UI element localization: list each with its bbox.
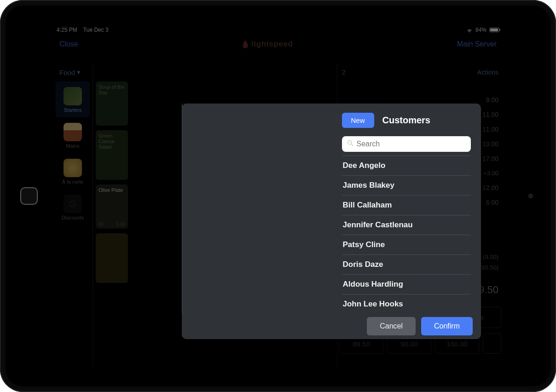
rail-thumb xyxy=(64,123,82,141)
status-right: 84% xyxy=(466,27,499,33)
rail-item-mains[interactable]: Mains xyxy=(53,117,93,153)
home-button[interactable] xyxy=(20,187,38,205)
modal-divider xyxy=(182,104,182,313)
rail-item-label: À la carte xyxy=(53,179,93,184)
modal-title: Customers xyxy=(382,115,430,126)
quick-amount-more[interactable] xyxy=(483,334,501,354)
svg-point-2 xyxy=(348,141,351,144)
battery-icon xyxy=(489,28,499,32)
rail-item-label: Discounts xyxy=(53,215,93,220)
rail-thumb xyxy=(64,159,82,177)
tablet-device-frame: 4:25 PM Tue Dec 3 84% Close lightspeed xyxy=(0,0,556,392)
confirm-button[interactable]: Confirm xyxy=(421,317,473,335)
chevron-down-icon: ▾ xyxy=(77,68,81,76)
brand-name: lightspeed xyxy=(251,40,293,49)
modal-footer: Cancel Confirm xyxy=(182,313,481,339)
wifi-icon xyxy=(466,28,473,32)
status-time: 4:25 PM xyxy=(57,27,77,33)
customer-item[interactable]: Doris Daze xyxy=(342,255,471,275)
status-bar: 4:25 PM Tue Dec 3 84% xyxy=(53,25,503,35)
app-header: Close lightspeed Main Server xyxy=(53,35,503,54)
menu-selector[interactable]: Food ▾ xyxy=(53,63,93,81)
actions-menu[interactable]: Actions xyxy=(477,69,498,76)
rail-item-discounts[interactable]: Discounts xyxy=(53,189,93,225)
customer-item[interactable]: Patsy Cline xyxy=(342,235,471,255)
rail-thumb xyxy=(64,195,82,213)
tile-name: Soup of the Day xyxy=(98,84,124,95)
customer-item[interactable]: Jennifer Castlenau xyxy=(342,215,471,235)
search-icon xyxy=(347,139,354,149)
close-button[interactable]: Close xyxy=(59,40,78,48)
customer-item[interactable]: John Lee Hooks xyxy=(342,294,471,307)
product-tile[interactable]: Soup of the Day xyxy=(96,81,128,126)
table-number: 2 xyxy=(342,69,346,76)
cancel-button[interactable]: Cancel xyxy=(367,317,416,335)
search-input[interactable] xyxy=(357,140,467,148)
tile-price-left: $3 xyxy=(98,222,104,227)
product-tile[interactable] xyxy=(96,233,128,283)
customer-list[interactable]: Dee Angelo James Blakey Bill Callaham Je… xyxy=(342,156,471,307)
customers-modal: New Customers Dee Angelo James Blakey Bi… xyxy=(182,104,481,339)
menu-selector-label: Food xyxy=(59,69,75,76)
rail-thumb xyxy=(64,87,82,105)
product-tile[interactable]: Green Caesar Salad xyxy=(96,130,128,180)
category-rail: Food ▾ Starters Mains À la carte xyxy=(53,63,93,367)
rail-item-label: Starters xyxy=(56,107,90,113)
svg-line-3 xyxy=(351,144,353,146)
rail-item-alacarte[interactable]: À la carte xyxy=(53,153,93,189)
customer-item[interactable]: Aldous Hardling xyxy=(342,275,471,294)
tile-name: Green Caesar Salad xyxy=(98,133,115,150)
rail-item-starters[interactable]: Starters xyxy=(56,81,90,117)
current-user[interactable]: Main Server xyxy=(457,40,497,48)
customer-item[interactable]: Bill Callaham xyxy=(342,196,471,215)
screen: 4:25 PM Tue Dec 3 84% Close lightspeed xyxy=(53,25,503,367)
status-left: 4:25 PM Tue Dec 3 xyxy=(57,27,109,33)
customer-item[interactable]: James Blakey xyxy=(342,176,471,196)
tile-price-right: 5.00 xyxy=(116,222,125,227)
order-header: 2 Actions xyxy=(342,63,498,81)
modal-left-pane: New Customers Dee Angelo James Blakey Bi… xyxy=(332,104,481,313)
search-box[interactable] xyxy=(342,136,471,152)
front-camera xyxy=(528,194,533,198)
brand-logo: lightspeed xyxy=(242,40,293,49)
status-date: Tue Dec 3 xyxy=(83,27,109,33)
new-customer-button[interactable]: New xyxy=(342,113,374,128)
svg-line-1 xyxy=(71,202,75,206)
battery-percent: 84% xyxy=(475,27,486,33)
customer-item[interactable]: Dee Angelo xyxy=(342,156,471,176)
rail-item-label: Mains xyxy=(53,143,93,149)
product-tile[interactable]: Olive Plate $3 5.00 xyxy=(96,184,128,229)
tile-name: Olive Plate xyxy=(98,187,123,193)
